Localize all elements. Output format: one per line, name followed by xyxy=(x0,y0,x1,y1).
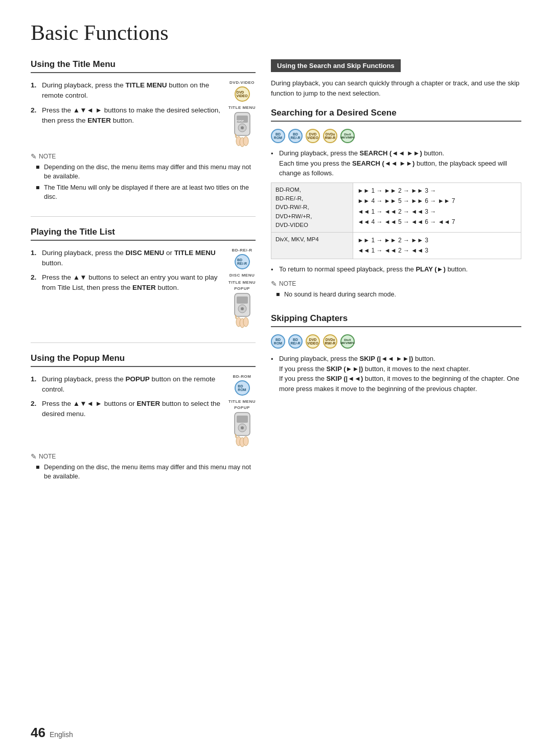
search-speed-table: BD-ROM,BD-RE/-R,DVD-RW/-R,DVD+RW/+R,DVD-… xyxy=(271,182,521,259)
svg-point-21 xyxy=(243,437,248,446)
svg-point-18 xyxy=(241,426,244,429)
search-table-row-2: DivX, MKV, MP4 ►► 1 → ►► 2 → ►► 3 ◄◄ 1 →… xyxy=(271,233,521,259)
section-title-list-content: BD-RE/-R BDRE/-R DISC MENU TITLE MENU PO… xyxy=(31,248,256,328)
popup-menu-step-1: 1. During playback, press the POPUP butt… xyxy=(31,374,223,395)
dvd-video-disc-icon: DVDVIDEO xyxy=(235,86,250,102)
title-menu-note-2: ■ The Title Menu will only be displayed … xyxy=(31,183,256,201)
popup-menu-note-1: ■ Depending on the disc, the menu items … xyxy=(31,463,256,481)
search-bullet-1: • During playback, press the SEARCH (◄◄ … xyxy=(271,148,521,178)
search-skip-intro: During playback, you can search quickly … xyxy=(271,78,521,99)
title-menu-step-2: 2. Press the ▲▼◄ ► buttons to make the d… xyxy=(31,105,223,126)
section-title-list: Playing the Title List BD-RE/-R BDRE/-R … xyxy=(31,227,256,328)
svg-text:POPUP: POPUP xyxy=(237,120,244,122)
search-table-speeds-2: ►► 1 → ►► 2 → ►► 3 ◄◄ 1 → ◄◄ 2 → ◄◄ 3 xyxy=(353,233,521,259)
section-popup-menu: Using the Popup Menu BD-ROM BDROM TITLE … xyxy=(31,353,256,481)
svg-point-11 xyxy=(241,307,244,310)
section-title-menu: Using the Title Menu DVD-VIDEO DVDVIDEO … xyxy=(31,59,256,202)
page-number: 46 xyxy=(31,725,45,741)
disc-icon-bd-re-skip: BDRE/-R xyxy=(288,334,303,349)
page-language: English xyxy=(50,730,73,739)
section-skip-chapters-heading: Skipping Chapters xyxy=(271,313,521,327)
section-title-menu-heading: Using the Title Menu xyxy=(31,59,256,73)
search-table-row-1: BD-ROM,BD-RE/-R,DVD-RW/-R,DVD+RW/+R,DVD-… xyxy=(271,182,521,232)
svg-point-6 xyxy=(243,136,248,146)
title-menu-note-label: ✎ NOTE xyxy=(31,152,256,161)
section-popup-menu-heading: Using the Popup Menu xyxy=(31,353,256,367)
remote-hand-svg-3 xyxy=(229,411,255,447)
svg-rect-16 xyxy=(237,416,248,423)
remote-icon-title-list: BD-RE/-R BDRE/-R DISC MENU TITLE MENU PO… xyxy=(228,248,256,328)
disc-icon-dvd-rw-search: DVD±RW/-R xyxy=(323,129,337,143)
search-table-disc-2: DivX, MKV, MP4 xyxy=(271,233,353,259)
title-menu-note: ✎ NOTE ■ Depending on the disc, the menu… xyxy=(31,152,256,202)
remote-icon-title-menu: DVD-VIDEO DVDVIDEO TITLE MENU xyxy=(228,80,256,147)
disc-icon-divx-search: DivXMKV/MP4 xyxy=(340,129,355,143)
search-note-1: ■ No sound is heard during search mode. xyxy=(271,290,521,299)
section-skip-chapters: Skipping Chapters BDROM BDRE/-R DVDVIDEO… xyxy=(271,313,521,394)
section-popup-menu-content: BD-ROM BDROM TITLE MENU POPUP xyxy=(31,374,256,447)
search-table-speeds-1: ►► 1 → ►► 2 → ►► 3 → ►► 4 → ►► 5 → ►► 6 … xyxy=(353,182,521,232)
left-column: Using the Title Menu DVD-VIDEO DVDVIDEO … xyxy=(31,59,256,495)
svg-point-3 xyxy=(241,126,244,129)
section-search-scene: Searching for a Desired Scene BDROM BDRE… xyxy=(271,108,521,299)
disc-icon-dvd-rw-skip: DVD±RW/-R xyxy=(323,334,337,349)
remote-hand-svg-1: POPUP xyxy=(229,111,255,147)
search-note: ✎ NOTE ■ No sound is heard during search… xyxy=(271,280,521,299)
popup-menu-note: ✎ NOTE ■ Depending on the disc, the menu… xyxy=(31,452,256,481)
remote-icon-popup-menu: BD-ROM BDROM TITLE MENU POPUP xyxy=(228,374,256,447)
search-disc-icons: BDROM BDRE/-R DVDVIDEO DVD±RW/-R DivXMKV… xyxy=(271,129,521,143)
disc-icon-bd-rom-skip: BDROM xyxy=(271,334,285,349)
divider-1 xyxy=(31,216,256,217)
title-list-step-2: 2. Press the ▲▼ buttons to select an ent… xyxy=(31,272,223,293)
right-column: Using the Search and Skip Functions Duri… xyxy=(271,59,521,495)
section-title-menu-content: DVD-VIDEO DVDVIDEO TITLE MENU xyxy=(31,80,256,147)
search-note-label: ✎ NOTE xyxy=(271,280,521,288)
page-footer: 46 English xyxy=(31,725,73,741)
skip-bullet-1: • During playback, press the SKIP (|◄◄ ►… xyxy=(271,354,521,394)
popup-menu-note-label: ✎ NOTE xyxy=(31,452,256,461)
svg-rect-9 xyxy=(237,296,248,304)
skip-disc-icons: BDROM BDRE/-R DVDVIDEO DVD±RW/-R DivXMKV… xyxy=(271,334,521,349)
two-col-layout: Using the Title Menu DVD-VIDEO DVDVIDEO … xyxy=(31,59,521,495)
page-title: Basic Functions xyxy=(31,20,521,45)
svg-point-14 xyxy=(243,317,248,327)
disc-icon-dvd-video-skip: DVDVIDEO xyxy=(306,334,320,349)
search-table-disc-1: BD-ROM,BD-RE/-R,DVD-RW/-R,DVD+RW/+R,DVD-… xyxy=(271,182,353,232)
title-menu-step-1: 1. During playback, press the TITLE MENU… xyxy=(31,80,223,101)
page-container: Basic Functions Using the Title Menu DVD… xyxy=(0,0,552,756)
disc-icon-divx-skip: DivXMKV/MP4 xyxy=(340,334,355,349)
disc-icon-bd-re-search: BDRE/-R xyxy=(288,129,303,143)
bd-re-disc-icon: BDRE/-R xyxy=(235,254,250,269)
divider-2 xyxy=(31,342,256,343)
search-skip-title-box: Using the Search and Skip Functions xyxy=(271,59,401,72)
section-title-list-heading: Playing the Title List xyxy=(31,227,256,241)
disc-icon-bd-rom-search: BDROM xyxy=(271,129,285,143)
search-bullet-2: • To return to normal speed playback, pr… xyxy=(271,264,521,275)
bd-rom-disc-icon: BDROM xyxy=(235,380,250,396)
remote-hand-svg-2 xyxy=(229,292,255,328)
disc-icon-dvd-video-search: DVDVIDEO xyxy=(306,129,320,143)
title-list-step-1: 1. During playback, press the DISC MENU … xyxy=(31,248,223,269)
title-menu-note-1: ■ Depending on the disc, the menu items … xyxy=(31,163,256,181)
section-search-scene-heading: Searching for a Desired Scene xyxy=(271,108,521,122)
popup-menu-step-2: 2. Press the ▲▼◄ ► buttons or ENTER butt… xyxy=(31,399,223,420)
